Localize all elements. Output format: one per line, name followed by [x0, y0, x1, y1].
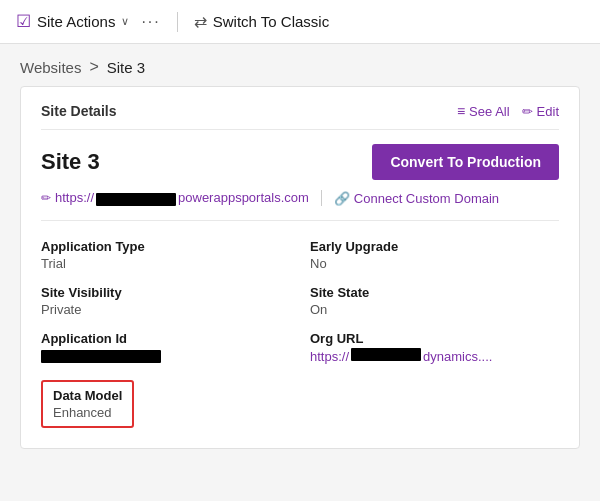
- switch-to-classic-label: Switch To Classic: [213, 13, 329, 30]
- data-model-value: Enhanced: [53, 405, 122, 420]
- url-redacted: [96, 193, 176, 206]
- org-url-redacted: [351, 348, 421, 361]
- data-model-field: Data Model Enhanced: [41, 380, 290, 428]
- breadcrumb-separator: >: [89, 58, 98, 76]
- site-name: Site 3: [41, 149, 100, 175]
- link-icon: 🔗: [334, 191, 350, 206]
- org-url-field: Org URL https://dynamics....: [310, 331, 559, 366]
- list-icon: ≡: [457, 103, 465, 119]
- url-text: https://powerappsportals.com: [55, 190, 309, 205]
- breadcrumb-current: Site 3: [107, 59, 145, 76]
- connect-custom-domain-button[interactable]: 🔗 Connect Custom Domain: [334, 191, 499, 206]
- site-state-field: Site State On: [310, 285, 559, 317]
- site-actions-label: Site Actions: [37, 13, 115, 30]
- site-details-card: Site Details ≡ See All ✏ Edit Site 3 Con…: [20, 86, 580, 449]
- site-url-link[interactable]: ✏ https://powerappsportals.com: [41, 190, 309, 205]
- application-id-label: Application Id: [41, 331, 290, 346]
- site-actions-menu[interactable]: ☑ Site Actions ∨: [16, 11, 129, 32]
- connect-domain-label: Connect Custom Domain: [354, 191, 499, 206]
- site-state-value: On: [310, 302, 559, 317]
- application-id-field: Application Id: [41, 331, 290, 366]
- pencil-icon: ✏: [522, 104, 533, 119]
- application-type-value: Trial: [41, 256, 290, 271]
- edit-button[interactable]: ✏ Edit: [522, 104, 559, 119]
- see-all-button[interactable]: ≡ See All: [457, 103, 510, 119]
- early-upgrade-field: Early Upgrade No: [310, 239, 559, 271]
- nav-divider: [177, 12, 178, 32]
- card-title: Site Details: [41, 103, 116, 119]
- site-visibility-field: Site Visibility Private: [41, 285, 290, 317]
- top-nav: ☑ Site Actions ∨ ··· ⇄ Switch To Classic: [0, 0, 600, 44]
- site-name-row: Site 3 Convert To Production: [41, 144, 559, 180]
- switch-icon: ⇄: [194, 12, 207, 31]
- see-all-label: See All: [469, 104, 509, 119]
- site-visibility-label: Site Visibility: [41, 285, 290, 300]
- application-type-field: Application Type Trial: [41, 239, 290, 271]
- details-grid: Application Type Trial Early Upgrade No …: [41, 239, 559, 428]
- card-actions: ≡ See All ✏ Edit: [457, 103, 559, 119]
- url-prefix: https://: [55, 190, 94, 205]
- org-url-value[interactable]: https://dynamics....: [310, 348, 559, 364]
- checkbox-icon: ☑: [16, 11, 31, 32]
- url-separator: [321, 190, 322, 206]
- breadcrumb-websites-link[interactable]: Websites: [20, 59, 81, 76]
- switch-to-classic-button[interactable]: ⇄ Switch To Classic: [194, 12, 329, 31]
- breadcrumb: Websites > Site 3: [0, 44, 600, 86]
- url-suffix: powerappsportals.com: [178, 190, 309, 205]
- site-state-label: Site State: [310, 285, 559, 300]
- pencil-url-icon: ✏: [41, 191, 51, 205]
- early-upgrade-label: Early Upgrade: [310, 239, 559, 254]
- early-upgrade-value: No: [310, 256, 559, 271]
- site-visibility-value: Private: [41, 302, 290, 317]
- edit-label: Edit: [537, 104, 559, 119]
- application-type-label: Application Type: [41, 239, 290, 254]
- url-row: ✏ https://powerappsportals.com 🔗 Connect…: [41, 190, 559, 221]
- data-model-highlight-box: Data Model Enhanced: [41, 380, 134, 428]
- application-id-redacted: [41, 350, 161, 363]
- more-options-icon[interactable]: ···: [141, 13, 160, 31]
- data-model-label: Data Model: [53, 388, 122, 403]
- card-header: Site Details ≡ See All ✏ Edit: [41, 103, 559, 130]
- application-id-value: [41, 348, 290, 366]
- convert-to-production-button[interactable]: Convert To Production: [372, 144, 559, 180]
- chevron-down-icon: ∨: [121, 15, 129, 28]
- org-url-label: Org URL: [310, 331, 559, 346]
